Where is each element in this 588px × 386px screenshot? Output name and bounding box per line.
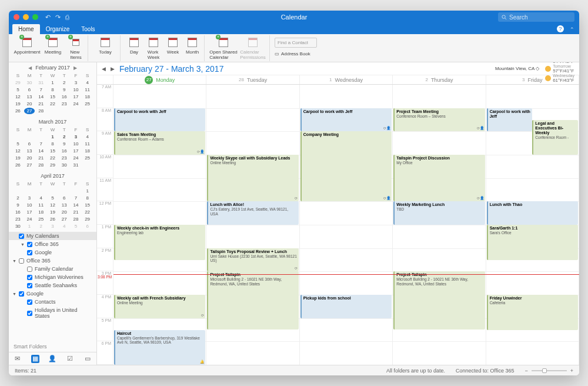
day-header: 1Wednesday	[300, 75, 393, 84]
prev-week-button[interactable]: ◀	[102, 66, 106, 72]
calendar-checkbox[interactable]	[27, 267, 32, 272]
calendar-event[interactable]: Pickup kids from school	[300, 295, 392, 318]
new-items-button[interactable]: +New Items	[66, 35, 85, 60]
calendar-checkbox[interactable]	[27, 283, 32, 288]
day-header: 3Friday	[486, 75, 579, 84]
zoom-slider[interactable]: − +	[524, 368, 573, 374]
calendar-checkbox[interactable]	[27, 275, 32, 280]
day-column[interactable]: Project Team MeetingConference Room – St…	[393, 85, 486, 365]
calendar-item[interactable]: ▼Office 365	[9, 240, 96, 248]
calendar-item[interactable]: Family Calendar	[9, 265, 96, 273]
mini-calendar[interactable]: March 2017SMTWTFS12345678910111213141516…	[9, 117, 96, 171]
tab-tools[interactable]: Tools	[75, 24, 101, 34]
calendar-item[interactable]: Seattle Seahawks	[9, 281, 96, 290]
sync-status: All folders are up to date.	[386, 368, 445, 374]
tab-organize[interactable]: Organize	[40, 24, 76, 34]
item-count: Items: 21	[15, 368, 36, 374]
sidebar: ◀February 2017▶SMTWTFS293031123456789101…	[9, 62, 97, 365]
calendar-item[interactable]: ▼Office 365	[9, 257, 96, 265]
month-view-button[interactable]: Month	[183, 35, 202, 55]
weather-location[interactable]: Mountain View, CA ◇	[495, 66, 539, 71]
work-week-view-button[interactable]: Work Week	[144, 35, 163, 60]
tab-home[interactable]: Home	[12, 24, 40, 34]
mail-module-icon[interactable]: ✉	[14, 355, 22, 363]
calendar-checkbox[interactable]	[19, 234, 24, 239]
calendar-item[interactable]: Holidays in United States	[9, 306, 96, 320]
day-column[interactable]: Weekly Skype call with Subsidiary LeadsO…	[206, 85, 299, 365]
address-book-button[interactable]: ▭Address Book	[275, 51, 310, 56]
book-icon: ▭	[275, 51, 279, 56]
calendar-event[interactable]: Legal and Executives Bi-WeeklyConference…	[532, 120, 578, 155]
help-icon[interactable]: ?	[557, 25, 564, 32]
mini-calendar[interactable]: April 2017SMTWTFS12345678910111213141516…	[9, 171, 96, 232]
calendar-checkbox[interactable]	[27, 311, 32, 316]
meeting-button[interactable]: +Meeting	[41, 35, 65, 55]
appointment-button[interactable]: +Appointment	[15, 35, 39, 55]
calendar-event[interactable]: Project TailspinMicrosoft Building 2 - 1…	[393, 271, 485, 330]
calendar-event[interactable]: Carpool to work with Jeff	[114, 108, 205, 132]
calendar-item[interactable]: Michigan Wolverines	[9, 273, 96, 281]
people-module-icon[interactable]: 👤	[48, 355, 56, 363]
calendar-event[interactable]: Lunch with Thao	[487, 201, 578, 225]
notes-module-icon[interactable]: ▭	[83, 355, 92, 363]
calendar-event[interactable]: Lunch with Alice!CJ's Eatery, 2619 1st A…	[207, 201, 298, 225]
weather-day: Tomorrow57°F/41°F	[545, 64, 574, 74]
calendar-item[interactable]: ▼Google	[9, 290, 96, 298]
calendar-event[interactable]: Sara/Garth 1:1Sara's Office	[487, 225, 578, 260]
calendar-checkbox[interactable]	[19, 291, 24, 297]
calendar-event[interactable]: Weekly Skype call with Subsidiary LeadsO…	[207, 155, 298, 201]
calendar-event[interactable]: Company Meeting⟳👤	[300, 131, 392, 201]
time-label: 12 PM	[97, 201, 113, 225]
zoom-in-icon[interactable]: +	[570, 368, 573, 374]
day-column[interactable]: Carpool to work with JeffSales Team Meet…	[113, 85, 206, 365]
status-bar: Items: 21 All folders are up to date. Co…	[9, 365, 579, 375]
time-label: 1 PM	[97, 225, 113, 248]
calendar-list: My Calendars▼Office 365Google▼Office 365…	[9, 232, 96, 341]
calendar-item[interactable]: Contacts	[9, 298, 96, 306]
week-view-button[interactable]: Week	[164, 35, 182, 55]
calendar-event[interactable]: Carpool to work with Jeff⟳👤	[300, 108, 392, 132]
today-button[interactable]: Today	[93, 35, 118, 55]
zoom-out-icon[interactable]: −	[524, 368, 527, 374]
now-label: 3:08 PM	[97, 275, 112, 279]
open-shared-button[interactable]: +Open Shared Calendar	[209, 35, 238, 60]
calendar-checkbox[interactable]	[27, 300, 32, 305]
mini-calendar[interactable]: ◀February 2017▶SMTWTFS293031123456789101…	[9, 62, 96, 117]
calendar-event[interactable]: Weekly check-in with EngineersEngineerin…	[114, 225, 205, 260]
calendar-event[interactable]: Carpool to work with Jeff	[487, 108, 533, 132]
calendar-event[interactable]: Friday UnwinderCafeteria	[487, 295, 578, 330]
calendar-event[interactable]: Tailspin Project DiscussionMy Office⟳👤	[393, 155, 485, 201]
calendar-event[interactable]: Tailspin Toys Proposal Review + LunchUmi…	[207, 248, 298, 272]
mini-prev-icon[interactable]: ◀	[28, 65, 32, 71]
calendar-main: ◀ ▶ February 27 - March 3, 2017 Mountain…	[97, 62, 579, 365]
find-contact-input[interactable]: Find a Contact	[275, 38, 317, 48]
calendar-event[interactable]: Project Team MeetingConference Room – St…	[393, 108, 485, 132]
mini-next-icon[interactable]: ▶	[74, 65, 77, 71]
permissions-button[interactable]: Calendar Permissions	[239, 35, 267, 60]
day-header: 27Monday	[113, 75, 206, 84]
smart-folders[interactable]: Smart Folders	[9, 341, 96, 352]
calendar-module-icon[interactable]: ▦	[31, 355, 39, 363]
day-column[interactable]: Carpool to work with Jeff⟳👤Company Meeti…	[300, 85, 393, 365]
calendar-event[interactable]: Weekly Marketing LunchTBD	[393, 201, 485, 225]
calendar-checkbox[interactable]	[27, 242, 32, 247]
ribbon-collapse-icon[interactable]: ⌃	[570, 26, 574, 32]
calendar-checkbox[interactable]	[19, 258, 24, 264]
calendar-header: ◀ ▶ February 27 - March 3, 2017 Mountain…	[97, 62, 579, 75]
time-label: 5 PM	[97, 318, 113, 342]
calendar-checkbox[interactable]	[27, 250, 32, 255]
day-view-button[interactable]: Day	[125, 35, 143, 55]
connection-status: Connected to: Office 365	[456, 368, 514, 374]
titlebar: ↶ ↷ ⎙ Calendar Search	[9, 11, 579, 24]
calendar-item[interactable]: My Calendars	[9, 232, 96, 240]
next-week-button[interactable]: ▶	[111, 66, 115, 72]
day-column[interactable]: Carpool to work with JeffLegal and Execu…	[486, 85, 579, 365]
calendar-event[interactable]: HaircutCapelli's Gentlemen's Barbershop,…	[114, 330, 205, 365]
calendar-item[interactable]: Google	[9, 248, 96, 257]
calendar-event[interactable]: Weekly call with French SubsidiaryOnline…	[114, 295, 205, 318]
calendar-event[interactable]: Project TailspinMicrosoft Building 2 - 1…	[207, 271, 298, 330]
time-label: 9 AM	[97, 131, 113, 155]
calendar-event[interactable]: Sales Team MeetingConference Room – Adam…	[114, 131, 205, 155]
time-label: 8 AM	[97, 108, 113, 132]
tasks-module-icon[interactable]: ☑	[66, 355, 74, 363]
